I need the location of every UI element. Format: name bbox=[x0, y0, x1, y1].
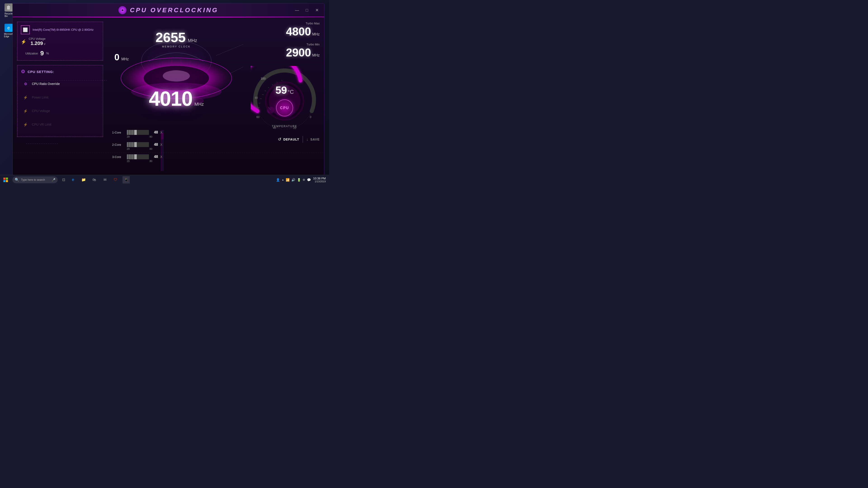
slider-3core-label: 3-Core bbox=[112, 155, 125, 159]
main-content: ⬜ Intel(R) Core(TM) i9-8950HK CPU @ 2.90… bbox=[13, 17, 324, 175]
utilization-unit: % bbox=[46, 52, 49, 55]
settings-tray-icon: ⚙ bbox=[303, 178, 305, 182]
start-button[interactable] bbox=[0, 175, 11, 185]
temperature-unit: °C bbox=[288, 89, 294, 95]
power-limit-icon: ⚡ bbox=[22, 94, 29, 101]
slider-2core-track[interactable] bbox=[127, 142, 149, 147]
antivirus-icon: 🛡 bbox=[114, 178, 117, 182]
close-button[interactable]: ✕ bbox=[314, 7, 320, 13]
svg-line-32 bbox=[262, 94, 264, 95]
memory-clock-display: 2655 MHz MEMORY CLOCK bbox=[156, 30, 197, 48]
mail-taskbar-icon[interactable]: ✉ bbox=[101, 176, 108, 184]
default-button[interactable]: ↺ DEFAULT bbox=[278, 137, 299, 142]
search-icon: 🔍 bbox=[15, 177, 19, 182]
cpu-name: Intel(R) Core(TM) i9-8950HK CPU @ 2.90GH… bbox=[33, 28, 94, 32]
system-tray: 👤 ▲ 📶 🔊 🔋 ⚙ 💬 10:38 PM 1/13/2019 bbox=[276, 177, 329, 183]
settings-title: CPU SETTING: bbox=[28, 70, 54, 74]
person-icon: 👤 bbox=[276, 178, 280, 182]
slider-2core-value: 48 bbox=[151, 142, 158, 147]
svg-line-36 bbox=[277, 82, 277, 83]
chevron-tray-icon[interactable]: ▲ bbox=[282, 178, 284, 181]
clock-date: 1/13/2019 bbox=[313, 180, 326, 183]
slider-1core-track[interactable] bbox=[127, 130, 149, 135]
turbo-min-unit: MHz bbox=[312, 53, 320, 57]
slider-2core: 2-Core 48 X 29 80 bbox=[112, 142, 164, 150]
svg-line-37 bbox=[282, 80, 282, 81]
slider-3core: 3-Core 48 X 29 80 bbox=[112, 154, 164, 162]
slider-3core-min: 29 bbox=[127, 160, 129, 162]
cpu-info-box: ⬜ Intel(R) Core(TM) i9-8950HK CPU @ 2.90… bbox=[17, 22, 103, 61]
slider-2core-max: 80 bbox=[150, 148, 152, 150]
turbo-min-value: 2900 bbox=[286, 46, 311, 59]
turbo-max-display: Turbo Max 4800 MHz bbox=[245, 22, 324, 38]
utilization-value: 9 bbox=[40, 50, 44, 57]
slider-3core-track[interactable] bbox=[127, 154, 149, 159]
store-taskbar-icon[interactable]: 🛍 bbox=[91, 176, 98, 184]
svg-point-21 bbox=[163, 70, 190, 82]
center-visualization: 0 MHz bbox=[107, 17, 245, 175]
microphone-icon[interactable]: 🎤 bbox=[52, 178, 55, 182]
sliders-container: 1-Core 48 X 29 80 bbox=[107, 130, 168, 162]
maximize-button[interactable]: □ bbox=[304, 7, 310, 13]
main-frequency-display: 4010 MHz bbox=[149, 87, 204, 110]
turbo-min-label: Turbo Min bbox=[245, 43, 320, 46]
memory-clock-unit: MHz bbox=[188, 38, 197, 43]
action-divider bbox=[303, 136, 303, 143]
slider-2core-label: 2-Core bbox=[112, 143, 125, 147]
slider-3core-max: 80 bbox=[150, 160, 152, 162]
svg-text:80: 80 bbox=[255, 96, 258, 99]
task-view-button[interactable]: ⊡ bbox=[60, 176, 67, 184]
search-placeholder: Type here to search bbox=[21, 178, 45, 182]
slider-1core-x[interactable]: X bbox=[160, 131, 164, 134]
slider-1core-handle[interactable] bbox=[134, 130, 137, 135]
store-icon: 🛍 bbox=[92, 178, 96, 182]
gauge-svg: 100 80 60 40 20 0 bbox=[251, 66, 318, 129]
minimize-button[interactable]: — bbox=[294, 7, 300, 13]
voltage-section: ⚡ CPU Voltage 1.209 v bbox=[21, 37, 99, 46]
svg-text:100: 100 bbox=[260, 77, 266, 80]
app-icon-taskbar: 📱 bbox=[124, 177, 128, 182]
explorer-taskbar-icon[interactable]: 📁 bbox=[80, 176, 87, 184]
slider-1core-label: 1-Core bbox=[112, 131, 125, 134]
cpu-chip-icon: ⬜ bbox=[21, 25, 30, 34]
main-freq-value: 4010 bbox=[149, 88, 192, 110]
slider-2core-handle[interactable] bbox=[134, 142, 137, 147]
desktop: 🗑 RecycleBin e MicrosoftEdge ✦ CPU OVERC… bbox=[0, 0, 329, 184]
temp-value-display: 59 °C bbox=[275, 84, 293, 96]
save-button[interactable]: ↓ SAVE bbox=[306, 137, 320, 142]
power-limit-label: Power Limit bbox=[32, 96, 49, 99]
slider-1core-min: 29 bbox=[127, 135, 129, 138]
window-controls: — □ ✕ bbox=[294, 7, 320, 13]
turbo-max-unit: MHz bbox=[312, 32, 320, 36]
system-clock[interactable]: 10:38 PM 1/13/2019 bbox=[313, 177, 326, 183]
slider-3core-handle[interactable] bbox=[134, 154, 137, 159]
search-bar[interactable]: 🔍 Type here to search 🎤 bbox=[12, 176, 58, 183]
voltage-value: 1.209 bbox=[31, 40, 43, 46]
app-icon: ✦ bbox=[119, 6, 127, 14]
cpu-gauge-label: CPU bbox=[276, 99, 293, 116]
setting-cpu-vr-limit[interactable]: ⚡ CPU VR Limit bbox=[21, 120, 99, 129]
svg-text:60: 60 bbox=[256, 116, 259, 119]
cpu-label-text: CPU bbox=[280, 106, 289, 110]
cpu-vr-limit-icon: ⚡ bbox=[22, 121, 29, 128]
setting-ratio-override[interactable]: ⚙ CPU Ratio Override bbox=[21, 79, 99, 89]
slider-2core-x[interactable]: X bbox=[160, 143, 164, 147]
battery-icon: 🔋 bbox=[297, 178, 301, 182]
ratio-override-label: CPU Ratio Override bbox=[32, 82, 60, 86]
cpu-voltage-label: CPU Voltage bbox=[32, 109, 50, 113]
svg-line-30 bbox=[258, 103, 260, 103]
clock-time: 10:38 PM bbox=[313, 177, 326, 180]
app-taskbar-icon[interactable]: 📱 bbox=[123, 176, 130, 184]
slider-3core-x[interactable]: X bbox=[160, 155, 164, 159]
edge-taskbar-icon[interactable]: e bbox=[69, 176, 76, 184]
antivirus-taskbar-icon[interactable]: 🛡 bbox=[112, 176, 119, 184]
setting-power-limit[interactable]: ⚡ Power Limit bbox=[21, 93, 99, 102]
slider-1core: 1-Core 48 X 29 80 bbox=[112, 130, 164, 138]
edge-icon: e bbox=[72, 177, 74, 182]
volume-icon: 🔊 bbox=[291, 178, 295, 182]
tray-icons: 👤 ▲ 📶 🔊 🔋 ⚙ 💬 bbox=[276, 178, 311, 182]
setting-cpu-voltage[interactable]: ⚡ CPU Voltage bbox=[21, 106, 99, 116]
ratio-override-icon: ⚙ bbox=[22, 80, 29, 88]
utilization-label: Utilization bbox=[25, 52, 38, 55]
utilization-row: Utilization 9 % bbox=[21, 50, 99, 57]
